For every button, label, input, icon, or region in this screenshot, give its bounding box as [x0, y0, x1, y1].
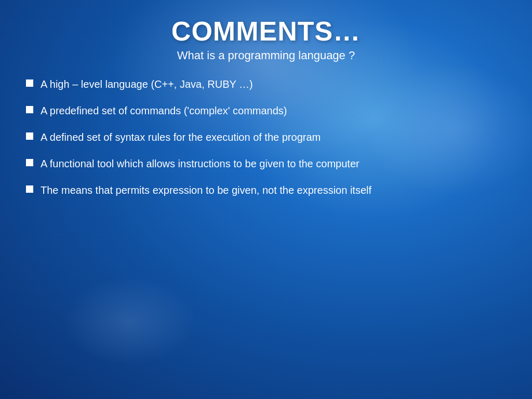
bullet-square-icon [26, 159, 33, 166]
bullet-text-2: A predefined set of commands ('complex' … [41, 103, 506, 118]
bullet-list: A high – level language (C++, Java, RUBY… [26, 77, 506, 198]
slide-title: COMMENTS… [26, 16, 506, 47]
bullet-text-5: The means that permits expression to be … [41, 183, 506, 198]
list-item: The means that permits expression to be … [26, 183, 506, 198]
list-item: A high – level language (C++, Java, RUBY… [26, 77, 506, 92]
bullet-square-icon [26, 185, 33, 193]
bullet-square-icon [26, 106, 33, 113]
slide-subtitle: What is a programming language ? [26, 49, 506, 62]
list-item: A defined set of syntax rules for the ex… [26, 130, 506, 145]
bullet-text-3: A defined set of syntax rules for the ex… [41, 130, 506, 145]
slide-container: COMMENTS… What is a programming language… [0, 0, 532, 399]
bullet-text-1: A high – level language (C++, Java, RUBY… [41, 77, 506, 92]
bullet-square-icon [26, 132, 33, 140]
slide-content: COMMENTS… What is a programming language… [0, 0, 532, 220]
list-item: A predefined set of commands ('complex' … [26, 103, 506, 118]
bullet-text-4: A functional tool which allows instructi… [41, 156, 506, 171]
list-item: A functional tool which allows instructi… [26, 156, 506, 171]
bullet-square-icon [26, 79, 33, 87]
